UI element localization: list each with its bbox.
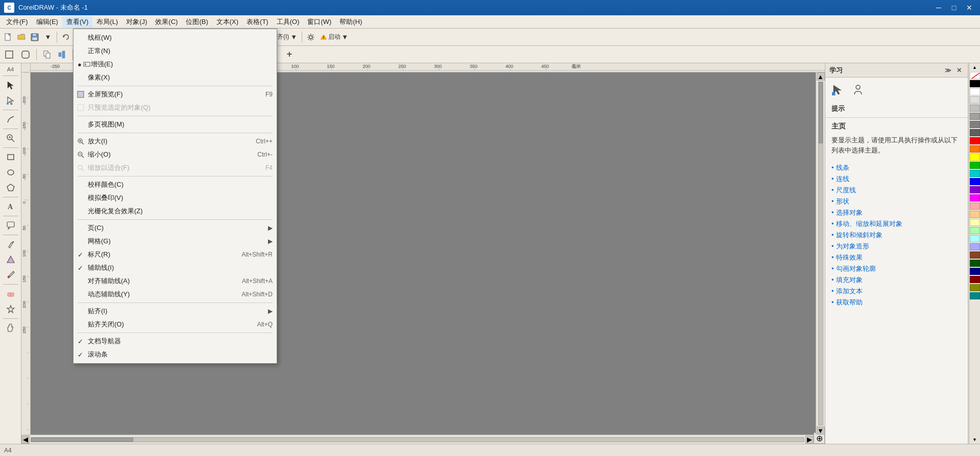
page-size-button[interactable]	[40, 48, 54, 61]
swatch-light-yellow[interactable]	[970, 219, 980, 226]
menu-rulers[interactable]: ✓ 标尺(R) Alt+Shift+R	[74, 248, 277, 261]
node-tool-button[interactable]	[2, 93, 19, 108]
swatch-gray2[interactable]	[970, 105, 980, 112]
menu-simulate-print[interactable]: 模拟叠印(V)	[74, 191, 277, 205]
swatch-teal[interactable]	[970, 292, 980, 299]
menu-window[interactable]: 窗口(W)	[303, 16, 335, 28]
eyedropper-tool-button[interactable]	[2, 268, 19, 282]
scroll-up-button[interactable]: ▲	[817, 72, 825, 81]
color-none[interactable]	[970, 72, 980, 79]
learn-link-item[interactable]: •线条	[831, 163, 962, 172]
star-tool-button[interactable]	[2, 302, 19, 316]
undo-button[interactable]	[60, 31, 72, 44]
startup-button[interactable]: 启动 ▼	[318, 31, 350, 44]
rect-tool-button[interactable]	[2, 150, 19, 164]
rect-shape-button[interactable]	[2, 48, 16, 61]
add-button[interactable]: +	[283, 48, 296, 61]
polygon-tool-button[interactable]	[2, 181, 19, 195]
scroll-right-button[interactable]: ▶	[805, 436, 814, 444]
menu-dynamic-guides[interactable]: 动态辅助线(Y) Alt+Shift+D	[74, 288, 277, 301]
v-scrollbar[interactable]: ▲ ▼	[816, 72, 825, 435]
menu-scrollbar[interactable]: ✓ 滚动条	[74, 348, 277, 361]
v-scroll-track[interactable]	[818, 82, 823, 425]
swatch-red[interactable]	[970, 137, 980, 144]
zoom-tool-button[interactable]	[2, 131, 19, 145]
menu-normal[interactable]: 正常(N)	[74, 44, 277, 58]
scroll-down-button[interactable]: ▼	[817, 426, 825, 435]
learn-link-item[interactable]: •移动、缩放和延展对象	[831, 219, 962, 229]
learn-link-item[interactable]: •连线	[831, 174, 962, 184]
learn-link-item[interactable]: •勾画对象轮廓	[831, 264, 962, 273]
menu-snap-to[interactable]: 贴齐(I) ▶	[74, 305, 277, 318]
learn-expand-button[interactable]: ≫	[943, 66, 952, 75]
learn-link-item[interactable]: •旋转和倾斜对象	[831, 231, 962, 240]
color-scroll-up[interactable]: ▲	[970, 64, 980, 71]
menu-object[interactable]: 对象(J)	[122, 16, 151, 28]
menu-page[interactable]: 页(C) ▶	[74, 221, 277, 235]
menu-effects[interactable]: 效果(C)	[151, 16, 182, 28]
swatch-light-cyan[interactable]	[970, 235, 980, 242]
menu-zoom-in[interactable]: 放大(I) Ctrl++	[74, 135, 277, 148]
hand-tool-button[interactable]	[2, 321, 19, 335]
swatch-blue[interactable]	[970, 178, 980, 185]
swatch-dark-red[interactable]	[970, 276, 980, 283]
swatch-gray3[interactable]	[970, 113, 980, 120]
minimize-button[interactable]: ─	[932, 3, 945, 13]
swatch-orange[interactable]	[970, 145, 980, 153]
learn-person-button[interactable]	[850, 82, 866, 98]
learn-link-item[interactable]: •形状	[831, 197, 962, 206]
v-scroll-thumb[interactable]	[819, 82, 823, 143]
bar-view-button[interactable]	[56, 48, 69, 61]
freehand-tool-button[interactable]	[2, 112, 19, 126]
menu-selected-only[interactable]: 只预览选定的对象(Q)	[74, 101, 277, 114]
swatch-pink[interactable]	[970, 202, 980, 210]
menu-fullscreen[interactable]: 全屏预览(F) F9	[74, 88, 277, 101]
menu-wireframe[interactable]: 线框(W)	[74, 31, 277, 44]
ellipse-tool-button[interactable]	[2, 165, 19, 180]
menu-file[interactable]: 文件(F)	[2, 16, 32, 28]
learn-cursor-button[interactable]	[829, 82, 846, 98]
menu-table[interactable]: 表格(T)	[242, 16, 273, 28]
menu-layout[interactable]: 布局(L)	[92, 16, 122, 28]
menu-guidelines[interactable]: ✓ 辅助线(I)	[74, 261, 277, 274]
save-dropdown-button[interactable]: ▼	[42, 31, 54, 44]
h-scroll-track[interactable]	[31, 437, 804, 442]
learn-link-item[interactable]: •特殊效果	[831, 253, 962, 262]
menu-grid[interactable]: 网格(G) ▶	[74, 235, 277, 248]
swatch-gray4[interactable]	[970, 121, 980, 128]
menu-bitmap[interactable]: 位图(B)	[182, 16, 212, 28]
menu-color-proof[interactable]: 校样颜色(C)	[74, 178, 277, 191]
menu-enhanced[interactable]: ● 增强(E)	[74, 58, 277, 71]
menu-pixels[interactable]: 像素(X)	[74, 71, 277, 84]
close-button[interactable]: ✕	[963, 3, 976, 13]
interactive-fill-button[interactable]	[2, 252, 19, 267]
learn-link-item[interactable]: •选择对象	[831, 208, 962, 217]
options-button[interactable]	[305, 31, 317, 44]
swatch-gray5[interactable]	[970, 129, 980, 136]
select-tool-button[interactable]	[2, 78, 19, 92]
swatch-gray1[interactable]	[970, 96, 980, 104]
h-scroll-thumb[interactable]	[31, 438, 133, 442]
swatch-magenta[interactable]	[970, 194, 980, 201]
menu-zoom-out[interactable]: 缩小(O) Ctrl+-	[74, 148, 277, 161]
learn-link-item[interactable]: •为对象造形	[831, 242, 962, 251]
learn-close-button[interactable]: ✕	[954, 66, 964, 75]
menu-multipage[interactable]: 多页视图(M)	[74, 118, 277, 131]
eraser-tool-button[interactable]	[2, 287, 19, 301]
swatch-purple[interactable]	[970, 186, 980, 193]
swatch-dark-green[interactable]	[970, 260, 980, 267]
menu-zoom-fit[interactable]: 缩放以适合(F) F4	[74, 161, 277, 174]
menu-rasterize[interactable]: 光栅化复合效果(Z)	[74, 205, 277, 218]
learn-link-item[interactable]: •添加文本	[831, 287, 962, 296]
swatch-white[interactable]	[970, 88, 980, 95]
menu-edit[interactable]: 编辑(E)	[32, 16, 62, 28]
swatch-cyan[interactable]	[970, 170, 980, 177]
swatch-yellow[interactable]	[970, 154, 980, 161]
menu-view[interactable]: 查看(V)	[62, 16, 92, 28]
swatch-olive[interactable]	[970, 284, 980, 291]
text-tool-button[interactable]: A	[2, 199, 19, 214]
color-scroll-down[interactable]: ▼	[970, 436, 980, 443]
menu-snap-off[interactable]: 贴齐关闭(O) Alt+Q	[74, 318, 277, 331]
scroll-left-button[interactable]: ◀	[21, 436, 30, 444]
menu-tools[interactable]: 工具(O)	[273, 16, 304, 28]
